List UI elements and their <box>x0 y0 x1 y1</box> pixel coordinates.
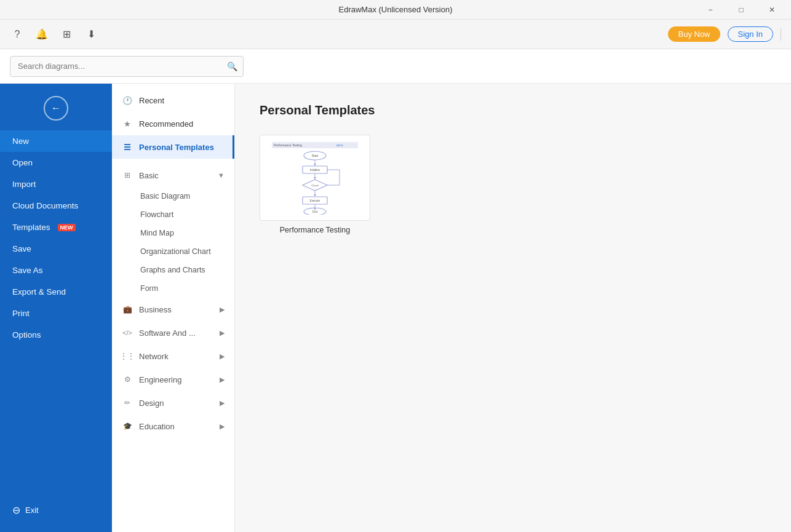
window-controls: − □ ✕ <box>696 0 786 20</box>
nav-item-templates-label: Templates <box>12 223 50 232</box>
nav-item-print[interactable]: Print <box>0 303 112 324</box>
title-bar: EdrawMax (Unlicensed Version) − □ ✕ <box>0 0 791 20</box>
business-label: Business <box>139 305 172 314</box>
education-label: Education <box>139 422 175 431</box>
restore-button[interactable]: □ <box>727 0 755 20</box>
nav-item-new-label: New <box>12 137 29 146</box>
exit-label: Exit <box>25 506 39 515</box>
nav-item-import-label: Import <box>12 180 36 189</box>
category-business[interactable]: 💼 Business ▶ <box>112 298 234 321</box>
sec-nav-personal[interactable]: ☰ Personal Templates <box>112 135 234 159</box>
close-button[interactable]: ✕ <box>758 0 786 20</box>
child-org-chart[interactable]: Organizational Chart <box>112 242 234 261</box>
svg-marker-6 <box>314 164 316 166</box>
nav-item-open[interactable]: Open <box>0 152 112 173</box>
basic-chevron: ▼ <box>218 172 225 179</box>
nav-item-export[interactable]: Export & Send <box>0 281 112 303</box>
network-icon: ⋮⋮ <box>122 351 133 362</box>
svg-text:DFFD: DFFD <box>336 144 343 147</box>
nav-item-import[interactable]: Import <box>0 173 112 195</box>
design-chevron: ▶ <box>220 399 225 407</box>
nav-item-save[interactable]: Save <box>0 238 112 260</box>
notification-icon[interactable]: 🔔 <box>34 27 49 42</box>
toolbar-icons: ? 🔔 ⊞ ⬇ <box>10 27 98 42</box>
search-wrapper: 🔍 <box>10 56 244 77</box>
category-design[interactable]: ✏ Design ▶ <box>112 391 234 415</box>
minimize-button[interactable]: − <box>696 0 725 20</box>
education-chevron: ▶ <box>220 423 225 431</box>
child-mind-map[interactable]: Mind Map <box>112 224 234 242</box>
network-chevron: ▶ <box>220 352 225 360</box>
svg-text:Execute: Execute <box>310 199 320 202</box>
design-icon: ✏ <box>122 397 133 408</box>
nav-item-cloud-label: Cloud Documents <box>12 201 78 210</box>
category-network[interactable]: ⋮⋮ Network ▶ <box>112 344 234 368</box>
business-icon: 💼 <box>122 304 133 315</box>
toolbar-divider <box>781 28 781 41</box>
template-name: Performance Testing <box>280 226 350 234</box>
basic-label: Basic <box>139 171 159 180</box>
sign-in-button[interactable]: Sign In <box>728 26 773 42</box>
nav-item-print-label: Print <box>12 309 30 318</box>
engineering-label: Engineering <box>139 375 181 384</box>
child-graphs-charts[interactable]: Graphs and Charts <box>112 261 234 279</box>
category-education[interactable]: 🎓 Education ▶ <box>112 415 234 438</box>
templates-grid: Performance Testing DFFD Start Initializ… <box>260 135 766 234</box>
nav-item-export-label: Export & Send <box>12 287 66 296</box>
sec-nav-recommended-label: Recommended <box>139 119 193 129</box>
help-icon[interactable]: ? <box>10 27 25 42</box>
main-area: ← New Open Import Cloud Documents Templa… <box>0 84 791 532</box>
svg-text:Start: Start <box>312 154 319 157</box>
basic-icon: ⊞ <box>122 170 133 181</box>
buy-now-button[interactable]: Buy Now <box>668 26 720 42</box>
child-form[interactable]: Form <box>112 279 234 298</box>
network-label: Network <box>139 352 169 361</box>
svg-text:End: End <box>312 210 318 213</box>
sidebar-secondary: 🕐 Recent ★ Recommended ☰ Personal Templa… <box>112 84 235 532</box>
business-chevron: ▶ <box>220 306 225 314</box>
exit-icon: ⊖ <box>12 504 20 516</box>
nav-item-save-label: Save <box>12 244 31 253</box>
child-basic-diagram[interactable]: Basic Diagram <box>112 187 234 205</box>
nav-item-new[interactable]: New <box>0 130 112 152</box>
svg-marker-14 <box>314 194 316 197</box>
nav-item-cloud[interactable]: Cloud Documents <box>0 195 112 216</box>
child-flowchart[interactable]: Flowchart <box>112 205 234 224</box>
search-input[interactable] <box>10 56 244 77</box>
nav-item-options-label: Options <box>12 330 41 339</box>
category-basic-header[interactable]: ⊞ Basic ▼ <box>112 164 234 187</box>
nav-item-save-as[interactable]: Save As <box>0 260 112 281</box>
software-icon: </> <box>122 327 133 338</box>
toolbar: ? 🔔 ⊞ ⬇ Buy Now Sign In <box>0 20 791 49</box>
design-label: Design <box>139 399 164 408</box>
back-button[interactable]: ← <box>44 96 68 121</box>
download-icon[interactable]: ⬇ <box>84 27 98 42</box>
basic-children: Basic Diagram Flowchart Mind Map Organiz… <box>112 187 234 298</box>
categories-section: ⊞ Basic ▼ Basic Diagram Flowchart Mind M… <box>112 164 234 438</box>
nav-item-options[interactable]: Options <box>0 324 112 346</box>
education-icon: 🎓 <box>122 421 133 432</box>
sec-nav-recent[interactable]: 🕐 Recent <box>112 89 234 112</box>
software-chevron: ▶ <box>220 329 225 337</box>
sec-nav-personal-label: Personal Templates <box>139 143 214 152</box>
apps-icon[interactable]: ⊞ <box>59 27 74 42</box>
content-area: Personal Templates Performance Testing D… <box>235 84 791 532</box>
nav-item-open-label: Open <box>12 158 33 167</box>
sec-nav-recommended[interactable]: ★ Recommended <box>112 112 234 135</box>
svg-text:Performance Testing: Performance Testing <box>274 143 302 147</box>
nav-item-templates[interactable]: Templates NEW <box>0 216 112 238</box>
category-engineering[interactable]: ⚙ Engineering ▶ <box>112 368 234 391</box>
template-svg: Performance Testing DFFD Start Initializ… <box>269 141 361 215</box>
exit-button[interactable]: ⊖ Exit <box>0 498 112 522</box>
software-label: Software And ... <box>139 328 196 338</box>
nav-item-save-as-label: Save As <box>12 266 43 275</box>
sec-nav-recent-label: Recent <box>139 96 164 105</box>
toolbar-right: Buy Now Sign In <box>668 26 781 42</box>
templates-badge: NEW <box>58 224 76 231</box>
template-card-performance-testing[interactable]: Performance Testing DFFD Start Initializ… <box>260 135 370 234</box>
engineering-icon: ⚙ <box>122 374 133 385</box>
engineering-chevron: ▶ <box>220 376 225 384</box>
category-basic: ⊞ Basic ▼ Basic Diagram Flowchart Mind M… <box>112 164 234 298</box>
search-icon: 🔍 <box>227 62 237 71</box>
category-software[interactable]: </> Software And ... ▶ <box>112 321 234 344</box>
